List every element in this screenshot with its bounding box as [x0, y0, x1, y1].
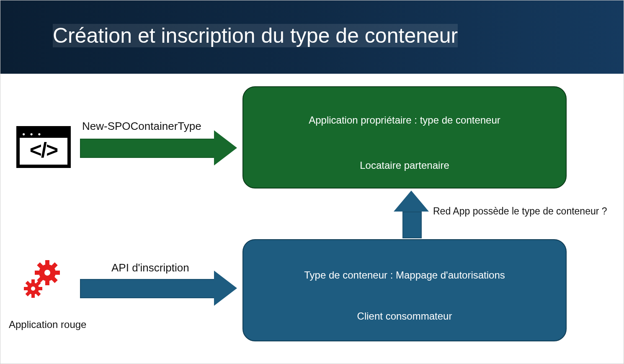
svg-rect-12 [31, 294, 35, 298]
blue-right-arrow-shaft [80, 279, 216, 298]
blue-up-arrow-head [394, 191, 429, 212]
bottom-arrow-label: API d'inscription [111, 261, 189, 274]
owning-app-box: Application propriétaire : type de conte… [242, 86, 567, 188]
svg-rect-4 [54, 271, 60, 275]
owning-app-line1: Application propriétaire : type de conte… [243, 114, 566, 126]
green-arrow-shaft [80, 139, 216, 158]
svg-rect-13 [24, 287, 28, 290]
svg-rect-11 [31, 279, 35, 284]
svg-rect-2 [45, 279, 49, 285]
code-window-icon: ● ● ● </> [16, 126, 71, 168]
consuming-line1: Type de conteneur : Mappage d'autorisati… [243, 269, 566, 281]
consuming-line2: Client consommateur [243, 310, 566, 322]
owning-app-line2: Locataire partenaire [243, 160, 566, 171]
svg-rect-3 [35, 271, 41, 275]
gears-label: Application rouge [9, 319, 86, 330]
top-arrow-label: New-SPOContainerType [82, 120, 201, 133]
slide-title: Création et inscription du type de conte… [53, 23, 458, 48]
svg-point-9 [44, 270, 50, 276]
diagram-page: Création et inscription du type de conte… [0, 0, 624, 364]
blue-up-arrow-shaft [402, 212, 422, 238]
blue-right-arrow-head [214, 271, 237, 306]
svg-point-19 [31, 287, 35, 291]
slide-header: Création et inscription du type de conte… [0, 0, 624, 74]
svg-rect-1 [45, 260, 49, 266]
svg-rect-14 [38, 287, 42, 290]
gears-icon [21, 256, 67, 302]
consuming-tenant-box: Type de conteneur : Mappage d'autorisati… [242, 239, 567, 341]
green-arrow-head [214, 130, 237, 165]
ownership-question-label: Red App possède le type de conteneur ? [433, 206, 607, 217]
